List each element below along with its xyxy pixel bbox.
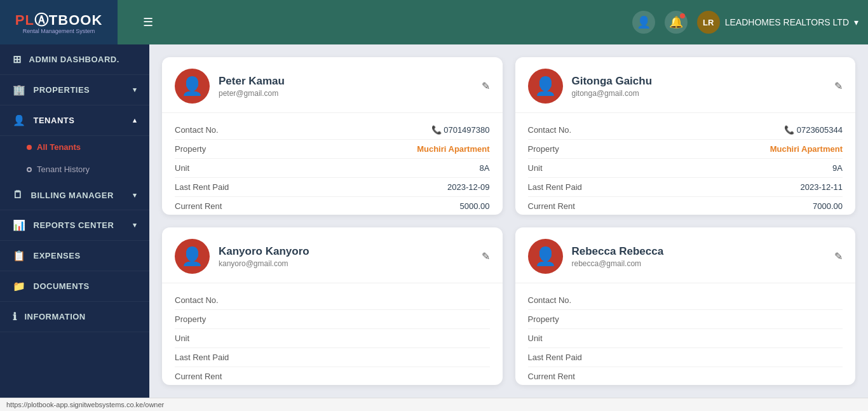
last-rent-label: Last Rent Paid (175, 182, 229, 192)
company-avatar: LR (697, 11, 720, 34)
sidebar-label-billing: BILLING MANAGER (31, 191, 114, 200)
sidebar: ⊞ ADMIN DASHBOARD. 🏢 PROPERTIES ▾ 👤 TENA… (0, 44, 149, 398)
current-rent-row-gitonga-gaichu: Current Rent 7000.00 (528, 197, 843, 215)
sidebar-item-billing-manager[interactable]: 🗒 BILLING MANAGER ▾ (0, 180, 149, 210)
card-info-kanyoro-kanyoro: Kanyoro Kanyoro kanyoro@gmail.com (219, 245, 309, 268)
unit-label: Unit (175, 163, 189, 173)
status-bar: https://plotbook-app.signitwebsystems.co… (0, 398, 868, 411)
tenants-submenu: All Tenants Tenant History (0, 136, 149, 180)
property-value-gitonga-gaichu: Muchiri Apartment (770, 144, 843, 154)
card-header-peter-kamau: 👤 Peter Kamau peter@gmail.com ✎ (162, 57, 503, 113)
sidebar-label-reports: REPORTS CENTER (34, 220, 114, 230)
company-button[interactable]: LR LEADHOMES REALTORS LTD ▾ (697, 11, 858, 34)
edit-icon-peter-kamau[interactable]: ✎ (482, 80, 490, 92)
active-dot (27, 145, 32, 150)
profile-button[interactable]: 👤 (632, 11, 655, 34)
outline-dot (27, 167, 32, 172)
tenant-email-kanyoro-kanyoro: kanyoro@gmail.com (219, 259, 309, 268)
tenant-card-peter-kamau: 👤 Peter Kamau peter@gmail.com ✎ Contact … (162, 57, 503, 215)
chevron-down-icon: ▾ (854, 17, 858, 27)
sidebar-item-information[interactable]: ℹ Information (0, 302, 149, 332)
sidebar-label-properties: PROPERTIES (34, 85, 90, 95)
tenant-card-kanyoro-kanyoro: 👤 Kanyoro Kanyoro kanyoro@gmail.com ✎ Co… (162, 227, 503, 385)
contact-row-kanyoro-kanyoro: Contact No. (175, 291, 490, 310)
tenants-chevron-icon: ▴ (133, 116, 137, 125)
unit-value-peter-kamau: 8A (480, 163, 490, 173)
current-rent-label: Current Rent (175, 201, 222, 211)
logo-accent: PL (15, 12, 34, 28)
current-rent-row-kanyoro-kanyoro: Current Rent (175, 367, 490, 385)
card-body-kanyoro-kanyoro: Contact No. Property Unit Last Rent Paid… (162, 283, 503, 385)
avatar-icon: 👤 (534, 76, 557, 97)
avatar-peter-kamau: 👤 (175, 69, 210, 104)
card-body-rebecca-rebecca: Contact No. Property Unit Last Rent Paid… (515, 283, 856, 385)
contact-row-gitonga-gaichu: Contact No. 📞 0723605344 (528, 121, 843, 140)
edit-icon-kanyoro-kanyoro[interactable]: ✎ (482, 250, 490, 262)
tenant-history-label: Tenant History (37, 165, 90, 174)
avatar-icon: 👤 (181, 76, 203, 97)
sidebar-item-tenants[interactable]: 👤 TENANTS ▴ (0, 105, 149, 136)
dashboard-icon: ⊞ (13, 53, 22, 65)
property-value-peter-kamau: Muchiri Apartment (417, 144, 489, 154)
company-name: LEADHOMES REALTORS LTD (725, 17, 849, 27)
current-rent-value-gitonga-gaichu: 7000.00 (813, 201, 843, 211)
edit-icon-gitonga-gaichu[interactable]: ✎ (834, 80, 843, 92)
navbar-right: 👤 🔔 LR LEADHOMES REALTORS LTD ▾ (632, 11, 858, 34)
contact-label: Contact No. (528, 125, 572, 135)
all-tenants-label: All Tenants (37, 142, 81, 152)
tenant-email-rebecca-rebecca: rebecca@gmail.com (572, 259, 664, 268)
sidebar-item-properties[interactable]: 🏢 PROPERTIES ▾ (0, 75, 149, 105)
property-row-peter-kamau: Property Muchiri Apartment (175, 140, 490, 159)
property-row-kanyoro-kanyoro: Property (175, 310, 490, 329)
property-row-gitonga-gaichu: Property Muchiri Apartment (528, 140, 843, 159)
property-label: Property (528, 144, 559, 154)
tenant-card-rebecca-rebecca: 👤 Rebecca Rebecca rebecca@gmail.com ✎ Co… (515, 227, 856, 385)
information-icon: ℹ (13, 311, 17, 323)
unit-row-gitonga-gaichu: Unit 9A (528, 159, 843, 178)
avatar-gitonga-gaichu: 👤 (528, 69, 563, 104)
sidebar-item-expenses[interactable]: 📋 Expenses (0, 241, 149, 271)
card-info-gitonga-gaichu: Gitonga Gaichu gitonga@gmail.com (572, 75, 653, 98)
tenant-email-peter-kamau: peter@gmail.com (219, 89, 285, 98)
contact-label: Contact No. (175, 295, 219, 305)
content-area: 👤 Peter Kamau peter@gmail.com ✎ Contact … (149, 44, 868, 398)
avatar-kanyoro-kanyoro: 👤 (175, 239, 210, 274)
sidebar-item-tenant-history[interactable]: Tenant History (0, 158, 149, 180)
last-rent-value-peter-kamau: 2023-12-09 (447, 182, 490, 192)
last-rent-value-gitonga-gaichu: 2023-12-11 (801, 182, 843, 192)
tenants-icon: 👤 (13, 114, 26, 126)
sidebar-label-expenses: Expenses (34, 251, 81, 260)
unit-value-gitonga-gaichu: 9A (832, 163, 843, 173)
sidebar-item-reports-center[interactable]: 📊 REPORTS CENTER ▾ (0, 210, 149, 241)
sidebar-item-all-tenants[interactable]: All Tenants (0, 136, 149, 158)
documents-icon: 📁 (13, 280, 26, 292)
contact-value-peter-kamau: 📞 0701497380 (431, 125, 490, 135)
hamburger-button[interactable]: ☰ (137, 11, 159, 34)
sidebar-item-documents[interactable]: 📁 Documents (0, 271, 149, 302)
navbar: PLⒶTBOOK Rental Management System ☰ 👤 🔔 … (0, 0, 868, 44)
contact-row-peter-kamau: Contact No. 📞 0701497380 (175, 121, 490, 140)
unit-row-peter-kamau: Unit 8A (175, 159, 490, 178)
unit-row-kanyoro-kanyoro: Unit (175, 329, 490, 348)
billing-chevron-icon: ▾ (133, 191, 137, 199)
billing-icon: 🗒 (13, 189, 24, 201)
hamburger-icon: ☰ (143, 15, 153, 29)
avatar-rebecca-rebecca: 👤 (528, 239, 563, 274)
avatar-icon: 👤 (534, 246, 557, 267)
card-body-gitonga-gaichu: Contact No. 📞 0723605344 Property Muchir… (515, 113, 856, 215)
profile-icon: 👤 (637, 15, 651, 29)
edit-icon-rebecca-rebecca[interactable]: ✎ (834, 250, 843, 262)
tenant-name-gitonga-gaichu: Gitonga Gaichu (572, 75, 653, 88)
properties-icon: 🏢 (13, 84, 26, 96)
current-rent-label: Current Rent (528, 201, 575, 211)
sidebar-label-admin-dashboard: ADMIN DASHBOARD. (29, 55, 119, 64)
current-rent-row-rebecca-rebecca: Current Rent (528, 367, 843, 385)
sidebar-item-admin-dashboard[interactable]: ⊞ ADMIN DASHBOARD. (0, 44, 149, 75)
current-rent-label: Current Rent (175, 372, 222, 381)
phone-icon: 📞 (784, 125, 794, 135)
card-info-peter-kamau: Peter Kamau peter@gmail.com (219, 75, 285, 98)
current-rent-value-peter-kamau: 5000.00 (460, 201, 490, 211)
notification-bell: 🔔 (665, 11, 688, 34)
tenant-card-gitonga-gaichu: 👤 Gitonga Gaichu gitonga@gmail.com ✎ Con… (515, 57, 856, 215)
property-row-rebecca-rebecca: Property (528, 310, 843, 329)
